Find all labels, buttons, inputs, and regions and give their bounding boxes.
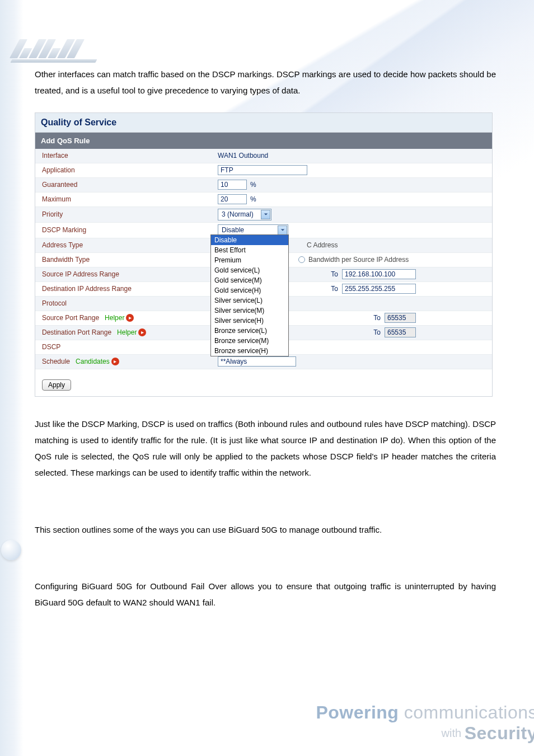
- maximum-input[interactable]: [218, 194, 247, 204]
- candidates-text: Candidates: [76, 358, 110, 365]
- value-interface: WAN1 Outbound: [214, 150, 492, 161]
- footer-powering: Powering: [316, 702, 399, 722]
- guaranteed-input[interactable]: [218, 180, 247, 190]
- footer-security: Security: [465, 723, 534, 743]
- page-content: Other interfaces can match traffic based…: [35, 66, 496, 624]
- label-schedule: Schedule Candidates ▸: [35, 355, 214, 368]
- apply-row: Apply: [35, 369, 492, 396]
- row-dscp-marking: DSCP Marking Disable Disable Best Effort…: [35, 223, 492, 238]
- row-schedule: Schedule Candidates ▸: [35, 355, 492, 369]
- to-label: To: [331, 270, 338, 278]
- radio-icon[interactable]: [298, 256, 305, 263]
- dropdown-item[interactable]: Bronze service(H): [211, 346, 288, 356]
- intro-paragraph: Other interfaces can match traffic based…: [35, 66, 496, 99]
- candidates-badge-icon: ▸: [111, 358, 119, 365]
- label-src-port-range: Source Port Range Helper ▸: [35, 312, 214, 324]
- dropdown-item[interactable]: Gold service(M): [211, 275, 288, 285]
- value-schedule: [214, 355, 492, 368]
- value-dscp-marking: Disable Disable Best Effort Premium Gold…: [214, 223, 492, 238]
- label-src-ip-range: Source IP Address Range: [35, 268, 214, 280]
- label-dscp: DSCP: [35, 341, 214, 353]
- brand-logo: [10, 39, 105, 68]
- helper-link[interactable]: Helper ▸: [105, 314, 134, 322]
- helper-text: Helper: [105, 314, 124, 322]
- brand-logo-bars: [10, 39, 115, 58]
- chevron-down-icon: [261, 210, 270, 219]
- priority-select-value: 3 (Normal): [222, 210, 254, 218]
- dropdown-item[interactable]: Best Effort: [211, 245, 288, 255]
- label-application: Application: [35, 164, 214, 176]
- to-label: To: [373, 314, 381, 322]
- chevron-down-icon: [278, 226, 287, 235]
- helper-badge-icon: ▸: [126, 314, 134, 322]
- dropdown-item[interactable]: Gold service(L): [211, 265, 288, 275]
- helper-badge-icon: ▸: [138, 328, 146, 336]
- schedule-input[interactable]: [218, 356, 296, 367]
- dropdown-item[interactable]: Silver service(M): [211, 306, 288, 316]
- label-dscp-marking: DSCP Marking: [35, 224, 214, 236]
- label-bandwidth-type: Bandwidth Type: [35, 253, 214, 266]
- label-address-type: Address Type: [35, 239, 214, 251]
- label-interface: Interface: [35, 149, 214, 162]
- label-schedule-text: Schedule: [42, 358, 70, 365]
- qos-panel-title: Quality of Service: [35, 113, 492, 133]
- qos-panel-subtitle: Add QoS Rule: [35, 133, 492, 149]
- footer-communications: communications: [399, 702, 534, 722]
- to-label: To: [331, 285, 338, 293]
- footer-with: with: [442, 727, 465, 739]
- guaranteed-unit: %: [250, 181, 256, 189]
- paragraph-failover: Configuring BiGuard 50G for Outbound Fai…: [35, 578, 496, 611]
- dropdown-item[interactable]: Bronze service(L): [211, 326, 288, 336]
- value-guaranteed: %: [214, 178, 492, 191]
- application-input[interactable]: [218, 165, 307, 175]
- footer-line-1: Powering communications: [316, 702, 534, 723]
- dropdown-item[interactable]: Silver service(L): [211, 295, 288, 306]
- dropdown-item[interactable]: Premium: [211, 255, 288, 265]
- maximum-unit: %: [250, 195, 256, 203]
- dst-port-to-input[interactable]: [385, 327, 416, 337]
- dropdown-item[interactable]: Disable: [211, 235, 288, 245]
- value-priority: 3 (Normal): [214, 207, 492, 222]
- bandwidth-type-text: Bandwidth per Source IP Address: [308, 256, 409, 264]
- label-priority: Priority: [35, 208, 214, 220]
- row-application: Application: [35, 163, 492, 178]
- label-dst-port-text: Destination Port Range: [42, 328, 111, 336]
- dropdown-item[interactable]: Gold service(H): [211, 285, 288, 295]
- label-src-port-text: Source Port Range: [42, 314, 99, 322]
- src-port-to-input[interactable]: [385, 313, 416, 323]
- row-interface: Interface WAN1 Outbound: [35, 149, 492, 163]
- value-maximum: %: [214, 192, 492, 206]
- dropdown-item[interactable]: Bronze service(M): [211, 336, 288, 346]
- dscp-marking-select-value: Disable: [222, 226, 244, 234]
- apply-button[interactable]: Apply: [42, 379, 71, 391]
- left-orb-icon: [1, 540, 21, 560]
- paragraph-dscp-matching: Just like the DSCP Marking, DSCP is used…: [35, 416, 496, 481]
- dropdown-item[interactable]: Silver service(H): [211, 316, 288, 326]
- priority-select[interactable]: 3 (Normal): [218, 209, 271, 220]
- label-protocol: Protocol: [35, 297, 214, 309]
- dst-ip-to-input[interactable]: [342, 284, 416, 294]
- brand-logo-underline: [10, 59, 97, 63]
- src-ip-to-input[interactable]: [342, 269, 416, 279]
- row-guaranteed: Guaranteed %: [35, 178, 492, 192]
- left-gradient-strip: [0, 0, 24, 756]
- footer-line-2: with Security: [316, 723, 534, 744]
- value-application: [214, 163, 492, 177]
- row-maximum: Maximum %: [35, 192, 492, 207]
- row-priority: Priority 3 (Normal): [35, 207, 492, 223]
- candidates-link[interactable]: Candidates ▸: [76, 358, 119, 365]
- helper-text: Helper: [117, 328, 137, 336]
- dscp-marking-dropdown[interactable]: Disable Best Effort Premium Gold service…: [210, 234, 289, 356]
- footer-brand: Powering communications with Security: [316, 702, 534, 744]
- qos-panel: Quality of Service Add QoS Rule Interfac…: [35, 112, 493, 397]
- label-dst-ip-range: Destination IP Address Range: [35, 283, 214, 295]
- paragraph-outline: This section outlines some of the ways y…: [35, 522, 496, 538]
- label-dst-port-range: Destination Port Range Helper ▸: [35, 326, 214, 339]
- to-label: To: [373, 328, 381, 336]
- label-maximum: Maximum: [35, 193, 214, 205]
- helper-link[interactable]: Helper ▸: [117, 328, 146, 336]
- address-type-text: C Address: [307, 241, 338, 249]
- label-guaranteed: Guaranteed: [35, 179, 214, 191]
